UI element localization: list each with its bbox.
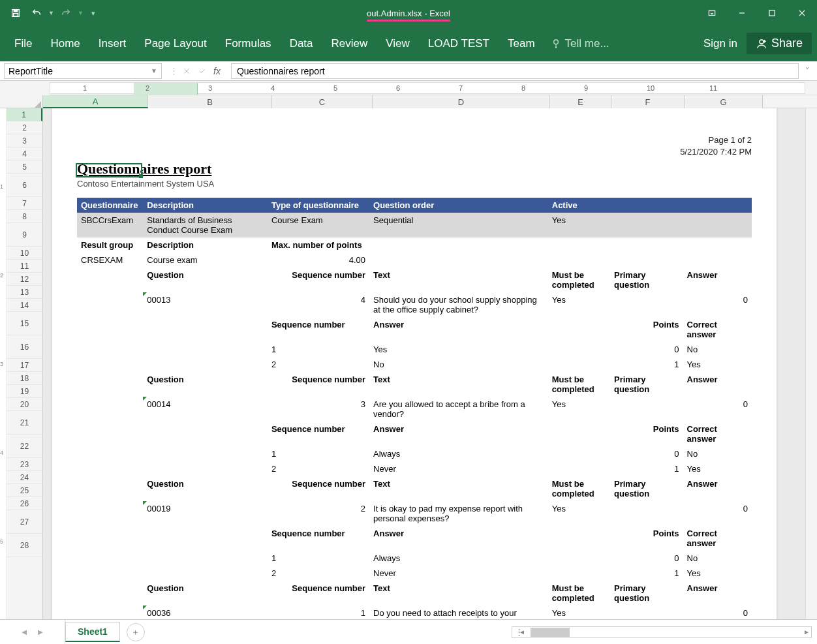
row-header-22[interactable]: 22: [7, 435, 42, 458]
vertical-ruler: 123456: [0, 108, 7, 619]
row-header-16[interactable]: 16: [7, 335, 42, 359]
quick-access-toolbar: ▼ ▼ ▾: [0, 4, 95, 22]
tab-formulas[interactable]: Formulas: [216, 26, 281, 61]
row-header-18[interactable]: 18: [7, 372, 42, 385]
tab-file[interactable]: File: [5, 26, 41, 61]
tab-load-test[interactable]: LOAD TEST: [419, 26, 499, 61]
tab-team[interactable]: Team: [499, 26, 544, 61]
col-header-g[interactable]: G: [685, 95, 763, 108]
maximize-icon[interactable]: [757, 0, 787, 26]
row-header-6[interactable]: 6: [7, 174, 42, 197]
row-header-14[interactable]: 14: [7, 299, 42, 312]
svg-rect-2: [14, 14, 18, 16]
col-header-f[interactable]: F: [611, 95, 685, 108]
report-subtitle: Contoso Entertainment System USA: [77, 179, 752, 189]
row-header-19[interactable]: 19: [7, 385, 42, 398]
horizontal-scrollbar[interactable]: ⋮◄►: [512, 626, 812, 638]
row-header-23[interactable]: 23: [7, 458, 42, 471]
col-header-a[interactable]: A: [43, 95, 148, 108]
fx-icon[interactable]: fx: [211, 66, 223, 76]
report-table: QuestionnaireDescriptionType of question…: [77, 198, 752, 619]
tab-review[interactable]: Review: [322, 26, 377, 61]
page-datetime: 5/21/2020 7:42 PM: [77, 146, 752, 158]
undo-icon[interactable]: [27, 4, 46, 22]
row-header-5[interactable]: 5: [7, 161, 42, 174]
row-header-1[interactable]: 1: [7, 108, 42, 121]
svg-point-10: [760, 40, 763, 44]
col-header-d[interactable]: D: [373, 95, 550, 108]
qat-customize-icon[interactable]: ▾: [86, 9, 95, 18]
col-header-e[interactable]: E: [550, 95, 611, 108]
sign-in-button[interactable]: Sign in: [694, 37, 747, 50]
sheet-nav[interactable]: ◄ ►: [0, 620, 65, 644]
select-all-triangle[interactable]: [0, 95, 43, 108]
expand-formula-icon[interactable]: ˅: [801, 66, 813, 76]
window-title: out.Admin.xlsx - Excel: [367, 8, 450, 18]
sheet-tab-sheet1[interactable]: Sheet1: [65, 622, 120, 642]
row-header-26[interactable]: 26: [7, 497, 42, 510]
row-header-17[interactable]: 17: [7, 359, 42, 372]
tab-home[interactable]: Home: [41, 26, 89, 61]
row-header-2[interactable]: 2: [7, 121, 42, 134]
tab-data[interactable]: Data: [281, 26, 322, 61]
tell-me-input[interactable]: Tell me...: [551, 37, 609, 50]
row-header-9[interactable]: 9: [7, 223, 42, 247]
cancel-formula-icon[interactable]: [179, 64, 194, 78]
tab-insert[interactable]: Insert: [89, 26, 136, 61]
col-header-b[interactable]: B: [148, 95, 272, 108]
report-title: Questionnaires report: [77, 161, 752, 177]
title-bar: ▼ ▼ ▾ out.Admin.xlsx - Excel: [0, 0, 817, 26]
row-header-25[interactable]: 25: [7, 484, 42, 497]
redo-icon[interactable]: [57, 4, 75, 22]
minimize-icon[interactable]: [727, 0, 757, 26]
col-header-c[interactable]: C: [272, 95, 373, 108]
prev-sheet-icon[interactable]: ◄: [20, 627, 29, 637]
row-header-3[interactable]: 3: [7, 134, 42, 147]
chevron-down-icon[interactable]: ▼: [151, 67, 157, 74]
add-sheet-button[interactable]: ＋: [127, 623, 145, 641]
column-headers: A B C D E F G: [0, 95, 817, 108]
worksheet-grid: 123456 123456789101112131415161718192021…: [0, 108, 817, 619]
row-header-20[interactable]: 20: [7, 398, 42, 411]
share-button[interactable]: Share: [747, 33, 812, 54]
row-header-8[interactable]: 8: [7, 210, 42, 223]
formula-bar: ReportTitle▼ ⋮ fx Questionnaires report …: [0, 61, 817, 81]
row-header-10[interactable]: 10: [7, 247, 42, 260]
row-header-21[interactable]: 21: [7, 411, 42, 435]
row-header-24[interactable]: 24: [7, 471, 42, 484]
row-header-4[interactable]: 4: [7, 147, 42, 161]
horizontal-ruler: 1234567891011: [0, 81, 817, 95]
page-canvas[interactable]: Page 1 of 2 5/21/2020 7:42 PM Questionna…: [43, 108, 805, 619]
svg-rect-1: [14, 10, 17, 12]
row-header-28[interactable]: 28: [7, 534, 42, 557]
close-icon[interactable]: [787, 0, 817, 26]
svg-rect-5: [769, 10, 775, 16]
row-header-12[interactable]: 12: [7, 273, 42, 286]
undo-dropdown-icon[interactable]: ▼: [48, 10, 54, 16]
row-headers: 1234567891011121314151617181920212223242…: [7, 108, 43, 619]
row-header-15[interactable]: 15: [7, 312, 42, 335]
row-header-11[interactable]: 11: [7, 260, 42, 273]
next-sheet-icon[interactable]: ►: [37, 627, 45, 637]
tab-view[interactable]: View: [377, 26, 419, 61]
vertical-scrollbar[interactable]: [805, 108, 817, 619]
row-header-13[interactable]: 13: [7, 286, 42, 299]
row-header-7[interactable]: 7: [7, 197, 42, 210]
ribbon: File Home Insert Page Layout Formulas Da…: [0, 26, 817, 61]
page: Page 1 of 2 5/21/2020 7:42 PM Questionna…: [52, 108, 777, 619]
svg-point-9: [555, 46, 556, 47]
tab-page-layout[interactable]: Page Layout: [135, 26, 215, 61]
formula-input[interactable]: Questionnaires report: [231, 63, 799, 79]
redo-dropdown-icon: ▼: [78, 10, 84, 16]
save-icon[interactable]: [7, 4, 25, 22]
status-bar: ◄ ► Sheet1 ＋ ⋮◄►: [0, 619, 817, 644]
svg-point-8: [553, 40, 558, 44]
enter-formula-icon[interactable]: [195, 64, 209, 78]
name-box[interactable]: ReportTitle▼: [4, 63, 162, 79]
row-header-27[interactable]: 27: [7, 510, 42, 534]
page-number: Page 1 of 2: [77, 134, 752, 146]
ribbon-display-icon[interactable]: [697, 0, 727, 26]
